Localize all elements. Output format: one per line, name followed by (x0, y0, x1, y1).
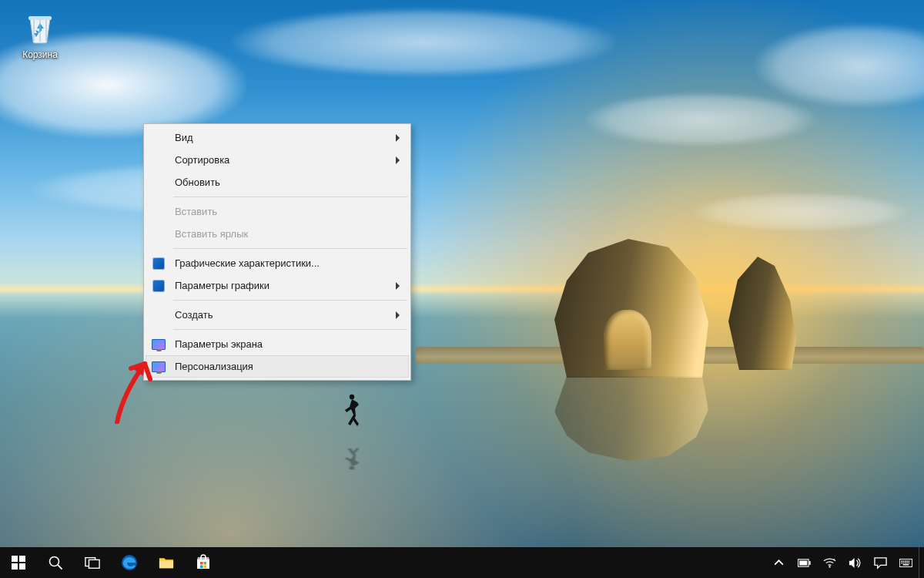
task-view-icon (85, 555, 100, 570)
svg-point-1 (350, 466, 354, 469)
wallpaper-cloud (231, 8, 616, 77)
menu-separator (173, 329, 407, 330)
search-button[interactable] (37, 547, 74, 578)
submenu-arrow-icon (396, 134, 400, 142)
file-explorer-button[interactable] (148, 547, 185, 578)
battery-icon (798, 556, 811, 570)
svg-rect-14 (204, 562, 207, 565)
desktop-context-menu: Вид Сортировка Обновить Вставить Вставит… (143, 123, 411, 381)
taskbar-left (0, 547, 222, 578)
svg-rect-31 (906, 562, 908, 563)
taskbar: * 9:41 (0, 547, 924, 578)
submenu-arrow-icon (396, 156, 400, 164)
microsoft-store-button[interactable] (185, 547, 222, 578)
intel-graphics-icon (152, 279, 166, 293)
tray-battery-button[interactable] (792, 547, 817, 578)
menu-item-label: Вставить ярлык (175, 228, 248, 240)
wallpaper-rock-arch (554, 239, 708, 378)
recycle-bin-icon (22, 9, 59, 46)
svg-rect-26 (906, 560, 908, 562)
svg-rect-12 (159, 561, 173, 568)
menu-item-graphics-options[interactable]: Параметры графики (146, 274, 409, 297)
recycle-bin-desktop-icon[interactable]: Корзина (11, 9, 69, 60)
edge-browser-button[interactable] (111, 547, 148, 578)
keyboard-icon (899, 556, 912, 570)
recycle-bin-label: Корзина (11, 49, 69, 60)
intel-graphics-icon (152, 257, 166, 271)
menu-item-display-settings[interactable]: Параметры экрана (146, 333, 409, 355)
menu-separator (173, 197, 407, 197)
svg-rect-6 (19, 563, 25, 570)
menu-item-view[interactable]: Вид (146, 126, 409, 149)
tray-overflow-button[interactable] (766, 547, 792, 578)
wallpaper-runner (339, 393, 362, 433)
menu-item-label: Сортировка (175, 154, 229, 166)
menu-item-label: Параметры графики (175, 280, 270, 291)
folder-icon (159, 555, 174, 570)
svg-rect-10 (89, 560, 99, 568)
svg-rect-29 (903, 562, 905, 563)
search-icon (48, 555, 63, 570)
wallpaper-rock-small (724, 254, 801, 370)
svg-rect-23 (901, 560, 902, 562)
edge-icon (121, 554, 138, 571)
wallpaper-cloud (693, 193, 909, 231)
taskbar-tray: * 9:41 (766, 547, 924, 578)
svg-rect-27 (909, 560, 910, 562)
svg-rect-30 (905, 562, 906, 563)
menu-item-label: Персонализация (175, 361, 253, 372)
submenu-arrow-icon (396, 282, 400, 290)
svg-rect-4 (19, 556, 25, 562)
svg-rect-5 (12, 563, 18, 570)
svg-text:*: * (833, 557, 835, 562)
menu-item-label: Обновить (175, 176, 220, 188)
store-icon (195, 554, 212, 571)
monitor-icon (152, 360, 166, 374)
menu-item-paste-shortcut: Вставить ярлык (146, 223, 409, 245)
svg-rect-19 (799, 560, 807, 565)
menu-item-refresh[interactable]: Обновить (146, 171, 409, 193)
menu-separator (173, 300, 407, 301)
menu-item-paste: Вставить (146, 200, 409, 223)
menu-item-label: Создать (175, 309, 213, 321)
chevron-up-icon (772, 556, 785, 570)
show-desktop-button[interactable] (919, 547, 924, 578)
svg-point-20 (829, 566, 830, 567)
svg-rect-13 (200, 562, 203, 565)
svg-rect-33 (903, 564, 909, 566)
menu-item-sort[interactable]: Сортировка (146, 149, 409, 171)
desktop-wallpaper[interactable] (0, 0, 924, 578)
svg-rect-18 (809, 560, 811, 564)
menu-item-new[interactable]: Создать (146, 304, 409, 326)
svg-rect-15 (200, 566, 203, 569)
menu-item-label: Графические характеристики... (175, 257, 320, 269)
menu-item-label: Параметры экрана (175, 338, 263, 350)
svg-rect-24 (903, 560, 905, 562)
monitor-icon (152, 338, 166, 351)
svg-rect-2 (28, 16, 52, 20)
tray-volume-button[interactable] (842, 547, 868, 578)
svg-rect-28 (901, 562, 902, 563)
windows-logo-icon (11, 555, 26, 570)
menu-separator (173, 248, 407, 249)
tray-input-indicator-button[interactable] (893, 547, 919, 578)
menu-item-label: Вставить (175, 206, 217, 217)
task-view-button[interactable] (74, 547, 111, 578)
svg-rect-32 (909, 562, 910, 563)
svg-rect-3 (12, 556, 18, 562)
submenu-arrow-icon (396, 311, 400, 319)
wifi-icon: * (823, 556, 836, 570)
wallpaper-cloud (755, 23, 924, 108)
menu-item-label: Вид (175, 132, 193, 143)
svg-line-8 (58, 565, 62, 569)
start-button[interactable] (0, 547, 37, 578)
tray-action-center-button[interactable] (868, 547, 893, 578)
svg-point-0 (350, 395, 354, 399)
tray-network-button[interactable]: * (817, 547, 842, 578)
menu-item-graphics-properties[interactable]: Графические характеристики... (146, 252, 409, 274)
menu-item-personalize[interactable]: Персонализация (146, 355, 409, 378)
svg-rect-25 (905, 560, 906, 562)
speaker-icon (849, 556, 862, 570)
notifications-icon (874, 556, 887, 570)
svg-rect-16 (204, 566, 207, 569)
